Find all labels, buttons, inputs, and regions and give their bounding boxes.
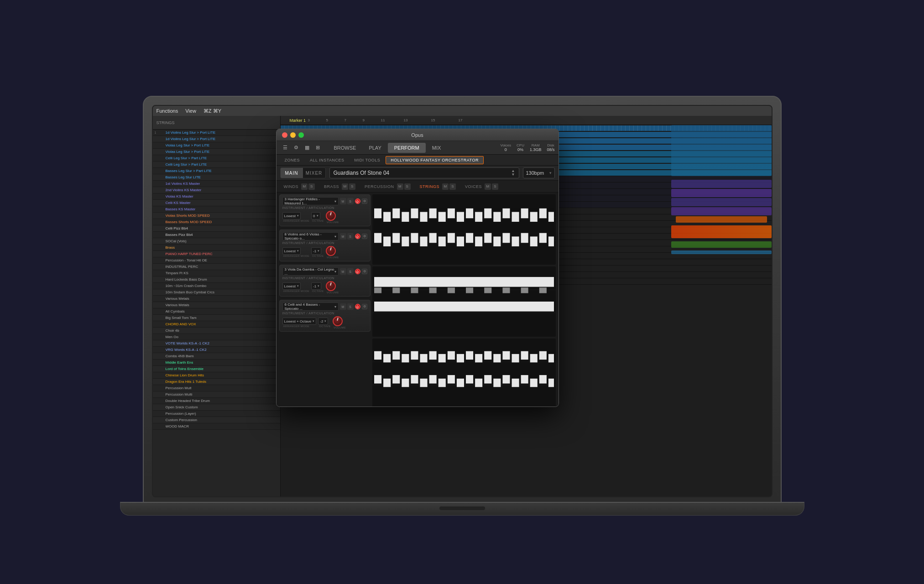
instr-4-mode-select[interactable]: Lowest + Octave ▾ bbox=[282, 318, 317, 325]
instr-3-power[interactable]: ⏻ bbox=[355, 269, 360, 274]
main-content: MAIN MIXER Guardians Of Stone 04 ▲ ▼ bbox=[277, 166, 559, 407]
instr-4-power[interactable]: ⏻ bbox=[355, 304, 360, 309]
menu-item-2[interactable]: View bbox=[185, 108, 196, 114]
instr-1-power[interactable]: ⏻ bbox=[355, 198, 360, 204]
strings-btn-1[interactable]: M bbox=[442, 183, 449, 190]
instr-1-icon-s[interactable]: S bbox=[347, 198, 354, 204]
instr-4-settings[interactable]: ⚙ bbox=[362, 304, 367, 309]
preset-arrows[interactable]: ▲ ▼ bbox=[512, 169, 515, 177]
stat-cpu: CPU 0% bbox=[517, 143, 524, 152]
subtab-midi-tools[interactable]: MIDI TOOLS bbox=[350, 156, 385, 164]
instr-1-dropdown-arrow[interactable]: ▾ bbox=[334, 199, 336, 203]
track-scroll-list[interactable]: 11d Violins Leg Slur > Port LITE 1d Viol… bbox=[153, 130, 280, 496]
instr-4-volume-knob[interactable] bbox=[333, 316, 343, 326]
section-voices[interactable]: VOICES M S bbox=[460, 182, 503, 191]
instr-1-octave-select[interactable]: 0 ▾ bbox=[311, 212, 320, 219]
instr-3-mode-group: Lowest ▾ ARRANGER MODE bbox=[282, 282, 310, 292]
voices-btn-1[interactable]: M bbox=[485, 183, 491, 190]
svg-rect-64 bbox=[402, 354, 409, 362]
svg-rect-25 bbox=[392, 233, 400, 243]
instr-2-artic-label: INSTRUMENT / ARTICULATION bbox=[282, 241, 367, 245]
instr-3-dropdown-arrow[interactable]: ▾ bbox=[334, 270, 336, 274]
close-button[interactable] bbox=[282, 132, 287, 138]
tab-browse[interactable]: BROWSE bbox=[328, 143, 363, 153]
layout-icon[interactable]: ▦ bbox=[302, 143, 312, 153]
instr-3-settings[interactable]: ⚙ bbox=[362, 269, 367, 274]
traffic-lights bbox=[282, 132, 304, 138]
menu-icon[interactable]: ☰ bbox=[280, 143, 290, 153]
winds-btn-2[interactable]: S bbox=[308, 183, 315, 190]
stat-voices: Voices 0 bbox=[501, 143, 512, 152]
svg-rect-10 bbox=[438, 212, 445, 222]
section-brass[interactable]: BRASS M S bbox=[319, 182, 360, 191]
instr-3-octave-select[interactable]: -1 ▾ bbox=[311, 282, 321, 290]
grid-icon[interactable]: ⊞ bbox=[313, 143, 323, 153]
strings-btn-2[interactable]: S bbox=[449, 183, 456, 190]
instr-3-icon-m[interactable]: M bbox=[340, 268, 346, 275]
menu-item-3[interactable]: ⌘Z ⌘Y bbox=[204, 108, 221, 114]
minimize-button[interactable] bbox=[290, 132, 296, 138]
window-titlebar: Opus bbox=[277, 129, 559, 141]
winds-btn-1[interactable]: M bbox=[301, 183, 308, 190]
mode-mixer[interactable]: MIXER bbox=[303, 168, 325, 178]
subtab-hfo[interactable]: HOLLYWOOD FANTASY ORCHESTRATOR bbox=[386, 156, 484, 164]
instr-2-icon-m[interactable]: M bbox=[340, 233, 346, 240]
brass-btn-2[interactable]: S bbox=[349, 183, 355, 190]
svg-rect-0 bbox=[372, 194, 556, 265]
instr-1-settings[interactable]: ⚙ bbox=[362, 198, 367, 204]
tab-play[interactable]: PLAY bbox=[362, 143, 387, 153]
preset-arrow-down[interactable]: ▼ bbox=[512, 173, 515, 177]
menu-item-1[interactable]: Functions bbox=[157, 108, 178, 114]
instr-3-volume-label: VOLUME bbox=[327, 291, 339, 294]
instr-4-octave-select[interactable]: -2 ▾ bbox=[318, 318, 328, 325]
ruler-mark-9: 9 bbox=[363, 118, 365, 122]
instr-3-mode-select[interactable]: Lowest ▾ bbox=[282, 282, 301, 290]
instr-2-power[interactable]: ⏻ bbox=[355, 234, 360, 239]
instr-2-name[interactable]: 8 Violins and 6 Violas - Spiccato o... ▾ bbox=[282, 232, 339, 240]
instr-2-icon-s[interactable]: S bbox=[347, 233, 354, 240]
instr-4-icon-m[interactable]: M bbox=[340, 303, 346, 310]
mode-main[interactable]: MAIN bbox=[281, 168, 303, 178]
svg-rect-49 bbox=[392, 287, 400, 293]
voices-btn-2[interactable]: S bbox=[492, 183, 498, 190]
subtab-all-instances[interactable]: ALL INSTANCES bbox=[305, 156, 349, 164]
instr-4-name[interactable]: 6 Celli and 4 Basses - Spiccato ... ▾ bbox=[282, 302, 339, 311]
right-clip-orange bbox=[676, 216, 767, 223]
right-clip-purple-4 bbox=[671, 207, 772, 215]
section-winds[interactable]: WINDS M S bbox=[279, 182, 320, 191]
svg-rect-37 bbox=[502, 233, 510, 243]
perc-btn-1[interactable]: M bbox=[397, 183, 403, 190]
instr-3-icon-s[interactable]: S bbox=[347, 268, 354, 275]
perc-btn-2[interactable]: S bbox=[404, 183, 411, 190]
svg-rect-22 bbox=[548, 212, 553, 222]
settings-icon[interactable]: ⚙ bbox=[291, 143, 301, 153]
svg-rect-93 bbox=[484, 375, 491, 383]
instr-1-icon-m[interactable]: M bbox=[340, 198, 346, 204]
instr-1-mode-select[interactable]: Lowest ▾ bbox=[282, 212, 301, 219]
instr-3-volume-knob[interactable] bbox=[326, 281, 336, 291]
tab-perform[interactable]: PERFORM bbox=[388, 143, 426, 153]
instr-2-volume-knob[interactable] bbox=[326, 246, 336, 256]
section-strings[interactable]: STRINGS M S bbox=[415, 182, 461, 191]
instr-3-name[interactable]: 3 Viola Da Gamba - Col Legno ... ▾ bbox=[282, 267, 339, 276]
preset-display[interactable]: Guardians Of Stone 04 ▲ ▼ bbox=[329, 167, 519, 178]
instr-2-volume-label: VOLUME bbox=[327, 256, 339, 259]
instr-2-mode-select[interactable]: Lowest ▾ bbox=[282, 247, 301, 255]
svg-rect-81 bbox=[374, 375, 381, 383]
subtab-zones[interactable]: ZONES bbox=[280, 156, 305, 164]
instr-4-dropdown-arrow[interactable]: ▾ bbox=[334, 305, 336, 309]
track-row: Various Metals bbox=[153, 302, 280, 308]
section-percussion[interactable]: PERCUSSION M S bbox=[360, 182, 415, 191]
instr-1-volume-knob[interactable] bbox=[326, 211, 336, 221]
bpm-arrow[interactable]: ▾ bbox=[549, 171, 552, 175]
instr-2-settings[interactable]: ⚙ bbox=[362, 234, 367, 239]
brass-btn-1[interactable]: M bbox=[342, 183, 348, 190]
bpm-display[interactable]: 130bpm ▾ bbox=[523, 167, 555, 178]
instr-4-icon-s[interactable]: S bbox=[347, 303, 354, 310]
tab-mix[interactable]: MIX bbox=[426, 143, 448, 153]
maximize-button[interactable] bbox=[298, 132, 304, 138]
instr-2-dropdown-arrow[interactable]: ▾ bbox=[334, 235, 336, 239]
instr-2-octave-select[interactable]: -1 ▾ bbox=[311, 247, 321, 255]
instr-3-octave-label: OCTAVE bbox=[312, 290, 324, 292]
instr-1-name[interactable]: 3 Hardanger Fiddles - Measured 1... ▾ bbox=[282, 197, 339, 205]
